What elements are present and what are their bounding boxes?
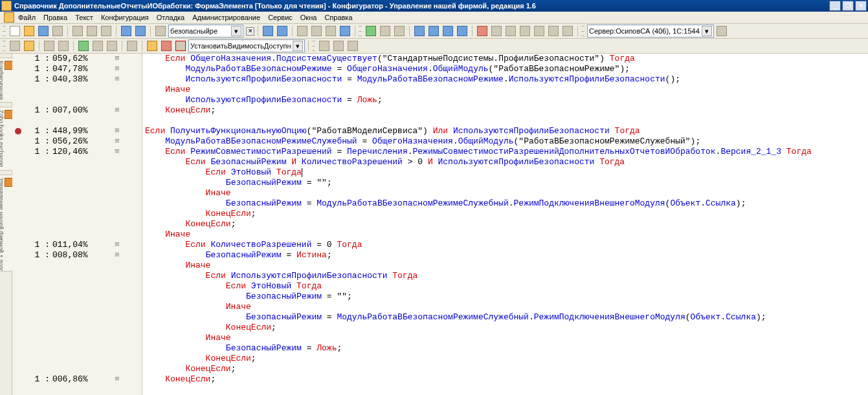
bookmark2-icon[interactable] [332, 39, 345, 52]
minimize-button[interactable]: _ [829, 1, 841, 11]
breakpoint-margin[interactable] [12, 343, 24, 354]
bookmark-icon[interactable] [318, 39, 331, 52]
menu-text[interactable]: Текст [75, 14, 93, 21]
code-line[interactable]: БезопасныйРежим = Истина; [145, 250, 868, 261]
breakpoint-margin[interactable] [12, 136, 24, 147]
breakpoint-margin[interactable] [12, 333, 24, 343]
code-line[interactable]: КонецЕсли; [145, 105, 868, 116]
code-line[interactable]: БезопасныйРежим = МодульРаботаВБезопасно… [145, 198, 868, 209]
menu-file[interactable]: Файл [18, 14, 36, 21]
code-line[interactable]: Если ОбщегоНазначения.ПодсистемаСуществу… [145, 54, 868, 64]
page-icon[interactable] [43, 39, 56, 52]
breakpoint-margin[interactable] [12, 219, 24, 230]
step-into-icon[interactable] [413, 25, 426, 37]
code-line[interactable]: КонецЕсли; [145, 354, 868, 364]
copy-icon[interactable] [85, 25, 98, 37]
code-line[interactable]: Иначе [145, 261, 868, 271]
debug-stop-icon[interactable] [393, 25, 406, 37]
breakpoint-margin[interactable] [12, 198, 24, 209]
breakpoint-margin[interactable] [12, 261, 24, 271]
code-line[interactable]: МодульРаботаВБезопасномРежимеСлужебный =… [145, 136, 868, 147]
immediate-icon[interactable] [547, 25, 560, 37]
debug-start-icon[interactable] [364, 25, 377, 37]
grip-icon[interactable] [3, 41, 6, 51]
nav-back-icon[interactable] [262, 25, 274, 37]
breakpoint-margin[interactable] [12, 230, 24, 240]
breakpoint-margin[interactable] [12, 116, 24, 126]
code-line[interactable] [145, 116, 868, 126]
code-line[interactable]: БезопасныйРежим = МодульРаботаВБезопасно… [145, 312, 868, 323]
redo-icon[interactable] [134, 25, 147, 37]
props-icon[interactable] [91, 39, 104, 52]
syntax-icon[interactable] [324, 25, 337, 37]
breakpoint-icon[interactable] [476, 25, 489, 37]
code-editor[interactable]: Если ОбщегоНазначения.ПодсистемаСуществу… [142, 54, 868, 395]
breakpoint-margin[interactable] [12, 95, 24, 105]
server-combo[interactable]: Сервер:ОсиповСА (406), 1С:1544 ▾ [587, 25, 714, 37]
menu-debug[interactable]: Отладка [157, 14, 184, 21]
code-line[interactable]: БезопасныйРежим = ""; [145, 292, 868, 302]
code-line[interactable]: Если ЭтоНовый Тогда [145, 167, 868, 178]
breakpoint-margin[interactable] [12, 292, 24, 302]
breakpoint-margin[interactable] [12, 250, 24, 261]
new-icon[interactable] [8, 25, 21, 37]
code-line[interactable]: Иначе [145, 230, 868, 240]
calendar-icon[interactable] [310, 25, 323, 37]
edit-icon[interactable] [126, 39, 139, 52]
code-line[interactable]: Если БезопасныйРежим И КоличествоРазреше… [145, 157, 868, 167]
breakpoint-margin[interactable] [12, 147, 24, 157]
chevron-down-icon[interactable]: ▾ [293, 41, 303, 51]
menu-help[interactable]: Справка [324, 14, 352, 21]
search-icon[interactable] [154, 25, 167, 37]
debug-pause-icon[interactable] [379, 25, 392, 37]
bookmark3-icon[interactable] [346, 39, 359, 52]
calc-icon[interactable] [296, 25, 309, 37]
menu-windows[interactable]: Окна [300, 14, 317, 21]
chevron-down-icon[interactable]: ▾ [231, 26, 241, 36]
menu-edit[interactable]: Правка [43, 14, 67, 21]
search-combo[interactable]: безопасныйре ▾ [168, 25, 243, 37]
code-line[interactable]: КонецЕсли; [145, 323, 868, 333]
undo-icon[interactable] [120, 25, 133, 37]
code-line[interactable]: Если КоличествоРазрешений = 0 Тогда [145, 240, 868, 250]
code-line[interactable]: БезопасныйРежим = ""; [145, 178, 868, 188]
breakpoint-margin[interactable] [12, 240, 24, 250]
grip-icon[interactable] [359, 26, 362, 36]
breakpoint-margin[interactable] [12, 105, 24, 116]
perf-icon[interactable] [561, 25, 574, 37]
form-icon[interactable] [8, 39, 21, 52]
breakpoint-margin[interactable] [12, 312, 24, 323]
code-line[interactable]: Если РежимСовместимостиРазрешений = Пере… [145, 147, 868, 157]
breakpoint-dot-icon[interactable] [15, 128, 21, 134]
copy-form-icon[interactable] [57, 39, 70, 52]
watch-icon[interactable] [518, 25, 531, 37]
save-icon[interactable] [37, 25, 50, 37]
code-line[interactable]: ИспользуютсяПрофилиБезопасности = Ложь; [145, 95, 868, 105]
code-line[interactable]: Иначе [145, 85, 868, 95]
breakpoint-margin[interactable] [12, 209, 24, 219]
breakpoint-margin[interactable] [12, 354, 24, 364]
breakpoint-margin[interactable] [12, 364, 24, 374]
restore-button[interactable]: ❐ [842, 1, 854, 11]
code-line[interactable]: Иначе [145, 333, 868, 343]
breakpoint-margin[interactable] [12, 281, 24, 292]
breakpoint-margin[interactable] [12, 374, 24, 385]
target-icon[interactable] [160, 39, 173, 52]
clear-search-icon[interactable]: ✕ [246, 27, 254, 36]
breakpoint-margin[interactable] [12, 178, 24, 188]
print-icon[interactable] [51, 25, 64, 37]
step-over-icon[interactable] [427, 25, 440, 37]
breakpoint-toggle-icon[interactable] [490, 25, 503, 37]
callstack-icon[interactable] [533, 25, 546, 37]
chevron-down-icon[interactable]: ▾ [702, 26, 712, 36]
menu-service[interactable]: Сервис [268, 14, 293, 21]
open-icon[interactable] [23, 25, 36, 37]
code-line[interactable]: МодульРаботаВБезопасномРежиме = ОбщегоНа… [145, 64, 868, 74]
breakpoint-margin[interactable] [12, 126, 24, 136]
code-line[interactable]: Иначе [145, 302, 868, 312]
code-line[interactable]: КонецЕсли; [145, 374, 868, 385]
breakpoint-margin[interactable] [12, 85, 24, 95]
breakpoint-margin[interactable] [12, 167, 24, 178]
code-line[interactable]: Иначе [145, 188, 868, 198]
lock-icon[interactable] [146, 39, 159, 52]
